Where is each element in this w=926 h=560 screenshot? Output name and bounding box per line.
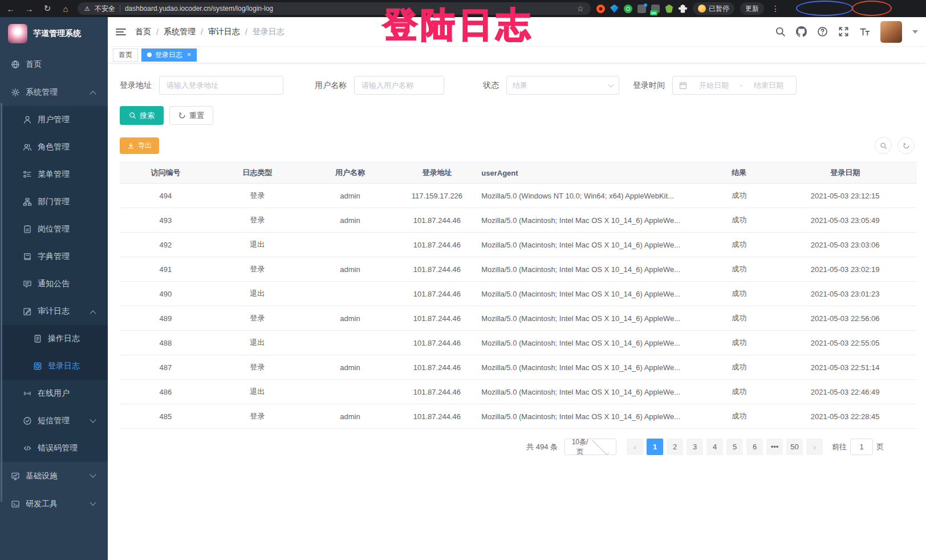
hamburger-icon[interactable] [116, 27, 126, 37]
code-icon [23, 444, 32, 453]
sidebar-item-错误码管理[interactable]: 错误码管理 [0, 435, 108, 462]
browser-back-icon[interactable]: ← [5, 4, 17, 14]
sidebar-menu: 首页系统管理用户管理角色管理菜单管理部门管理岗位管理字典管理通知公告审计日志操作… [0, 50, 108, 518]
table-cell: 2021-05-03 23:01:23 [773, 290, 917, 298]
page-button-2[interactable]: 2 [667, 439, 683, 455]
reset-button[interactable]: 重置 [169, 106, 213, 125]
sidebar-item-基础设施[interactable]: 基础设施 [0, 462, 108, 490]
puzzle-extensions-icon[interactable] [679, 5, 687, 13]
extension-icon[interactable] [637, 5, 646, 13]
breadcrumb-separator: / [245, 27, 247, 36]
sidebar-item-审计日志[interactable]: 审计日志 [0, 298, 108, 325]
extension-on-badge: on [650, 10, 657, 15]
address-bar[interactable]: ⚠ 不安全 dashboard.yudao.iocoder.cn/system/… [78, 2, 591, 15]
sidebar: 芋道管理系统 首页系统管理用户管理角色管理菜单管理部门管理岗位管理字典管理通知公… [0, 17, 108, 560]
chevron-down-icon[interactable] [912, 30, 918, 34]
table-cell: Mozilla/5.0 (Windows NT 10.0; Win64; x64… [477, 192, 705, 200]
sidebar-item-首页[interactable]: 首页 [0, 50, 108, 78]
username-input[interactable] [354, 76, 444, 95]
page-button-5[interactable]: 5 [726, 439, 743, 455]
extension-icon[interactable] [596, 5, 605, 13]
sidebar-item-研发工具[interactable]: 研发工具 [0, 490, 108, 518]
sidebar-item-部门管理[interactable]: 部门管理 [0, 188, 108, 216]
sidebar-item-字典管理[interactable]: 字典管理 [0, 243, 108, 270]
browser-forward-icon[interactable]: → [23, 4, 35, 14]
page-button-4[interactable]: 4 [706, 439, 723, 455]
menu-icon [23, 170, 32, 179]
goto-label: 前往 [832, 442, 847, 452]
tag-close-icon[interactable]: × [187, 51, 191, 58]
bookmark-star-icon[interactable]: ☆ [576, 4, 584, 13]
tag-首页[interactable]: 首页 [113, 48, 138, 62]
breadcrumb-item[interactable]: 首页 [135, 27, 151, 37]
table-cell: 489 [120, 314, 212, 323]
prev-page-button[interactable]: ‹ [627, 439, 643, 455]
browser-menu-icon[interactable]: ⋮ [770, 4, 781, 13]
login-time-range-picker[interactable]: 开始日期 - 结束日期 [672, 76, 797, 95]
extension-icon[interactable] [610, 5, 619, 13]
table-cell: 101.87.244.46 [397, 265, 477, 274]
sidebar-item-操作日志[interactable]: 操作日志 [0, 325, 108, 352]
sidebar-item-label: 错误码管理 [38, 443, 78, 453]
page-ellipsis-button[interactable]: ••• [766, 439, 783, 455]
breadcrumb-item[interactable]: 审计日志 [208, 27, 240, 37]
tree-icon [23, 197, 32, 206]
table-cell: 493 [120, 216, 212, 225]
table-cell: 2021-05-03 22:55:05 [773, 339, 917, 347]
chevron-down-icon [90, 471, 96, 477]
goto-page-input[interactable] [850, 439, 873, 455]
fullscreen-icon[interactable] [838, 26, 849, 37]
page-size-select[interactable]: 10条/页 [564, 439, 616, 455]
chrome-update-button[interactable]: 更新 [740, 2, 764, 15]
user-avatar[interactable] [880, 21, 902, 43]
date-separator: - [740, 81, 742, 90]
extension-icon[interactable] [665, 5, 673, 13]
sidebar-item-系统管理[interactable]: 系统管理 [0, 78, 108, 106]
sidebar-item-角色管理[interactable]: 角色管理 [0, 133, 108, 161]
browser-reload-icon[interactable]: ↻ [41, 3, 54, 14]
font-size-icon[interactable] [859, 26, 870, 37]
table-cell: 2021-05-03 23:05:49 [773, 216, 917, 225]
table-cell: 登录 [212, 264, 303, 274]
extension-icon[interactable]: on [651, 5, 660, 13]
page-button-1[interactable]: 1 [647, 439, 663, 455]
tag-dot-icon [147, 52, 152, 57]
sidebar-item-岗位管理[interactable]: 岗位管理 [0, 216, 108, 243]
page-button-50[interactable]: 50 [786, 439, 803, 455]
table-cell: admin [303, 363, 397, 372]
refresh-table-button[interactable] [897, 137, 915, 154]
table-cell: Mozilla/5.0 (Macintosh; Intel Mac OS X 1… [477, 241, 705, 249]
sidebar-item-在线用户[interactable]: 在线用户 [0, 380, 108, 407]
sidebar-item-登录日志[interactable]: 登录日志 [0, 352, 108, 380]
profile-paused-chip[interactable]: 已暂停 [693, 2, 734, 15]
sidebar-scrollbar[interactable] [1, 103, 2, 502]
browser-home-icon[interactable]: ⌂ [59, 4, 72, 14]
page-button-3[interactable]: 3 [687, 439, 703, 455]
sidebar-item-菜单管理[interactable]: 菜单管理 [0, 161, 108, 188]
export-button[interactable]: 导出 [120, 137, 159, 154]
sidebar-item-通知公告[interactable]: 通知公告 [0, 270, 108, 298]
extension-icon[interactable] [624, 5, 632, 13]
search-button[interactable]: 搜索 [120, 106, 164, 125]
status-select[interactable]: 结果 [506, 76, 619, 95]
breadcrumb-item[interactable]: 系统管理 [164, 27, 196, 37]
search-icon[interactable] [775, 26, 786, 37]
table-cell: 登录 [212, 190, 303, 201]
table-cell: 117.159.17.226 [397, 192, 477, 200]
table-cell: 成功 [705, 190, 773, 201]
app-logo[interactable]: 芋道管理系统 [0, 17, 108, 50]
browser-extensions: on [596, 5, 687, 13]
table-row: 487登录admin101.87.244.46Mozilla/5.0 (Maci… [120, 355, 917, 380]
next-page-button[interactable]: › [806, 439, 823, 455]
sidebar-item-短信管理[interactable]: 短信管理 [0, 407, 108, 435]
hide-search-button[interactable] [875, 137, 892, 154]
page-button-6[interactable]: 6 [746, 439, 763, 455]
tag-登录日志[interactable]: 登录日志× [141, 48, 197, 62]
github-icon[interactable] [796, 26, 807, 37]
sidebar-item-用户管理[interactable]: 用户管理 [0, 106, 108, 133]
breadcrumb-item: 登录日志 [253, 27, 285, 37]
login-address-input[interactable] [159, 76, 283, 95]
help-icon[interactable] [817, 26, 828, 37]
tag-label: 首页 [119, 50, 132, 60]
breadcrumb: 首页/系统管理/审计日志/登录日志 [135, 27, 285, 37]
